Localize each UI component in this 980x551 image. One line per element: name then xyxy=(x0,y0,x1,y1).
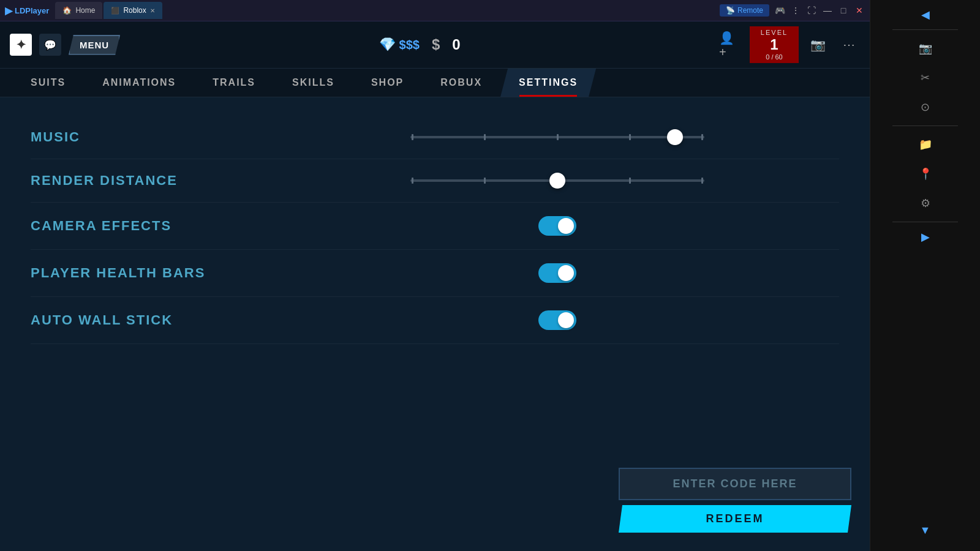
wallstick-toggle[interactable] xyxy=(538,310,576,330)
camera-toggle[interactable] xyxy=(538,216,576,236)
music-slider-ticks xyxy=(410,136,704,138)
roblox-logo: ✦ xyxy=(10,34,32,56)
music-slider-track xyxy=(410,136,704,138)
collapse-left-icon[interactable]: ◀ xyxy=(916,5,935,24)
sidebar-divider-1 xyxy=(892,29,958,30)
currency-count-value: 0 xyxy=(452,36,460,53)
setting-row-camera: CAMERA EFFECTS xyxy=(31,203,839,250)
tab-skills[interactable]: SKILLS xyxy=(274,69,353,97)
screenshot-icon[interactable]: 📷 xyxy=(913,36,938,61)
remote-label: Remote xyxy=(737,6,763,15)
ldplayer-title: LDPlayer xyxy=(15,6,49,15)
tab-home-label: Home xyxy=(75,6,95,15)
tab-skills-label: SKILLS xyxy=(292,77,334,88)
remote-button[interactable]: 📡 Remote xyxy=(720,4,769,17)
chat-button[interactable]: 💬 xyxy=(39,34,61,56)
settings-sidebar-icon[interactable]: ⚙ xyxy=(913,191,938,216)
music-control xyxy=(276,136,839,138)
tick-5 xyxy=(701,134,703,140)
health-control xyxy=(276,263,839,283)
code-input[interactable] xyxy=(619,468,851,500)
render-control xyxy=(276,179,839,182)
tick-1 xyxy=(412,134,413,140)
render-slider-track xyxy=(410,179,704,182)
music-label: MUSIC xyxy=(31,129,276,145)
ldplayer-logo: ▶ LDPlayer xyxy=(5,5,49,17)
more-options-button[interactable]: ⋯ xyxy=(838,34,860,56)
diamonds-icon: 💎 xyxy=(379,37,396,53)
record-icon[interactable]: ⊙ xyxy=(913,95,938,119)
sidebar-divider-3 xyxy=(892,222,958,222)
scissors-icon[interactable]: ✂ xyxy=(913,66,938,90)
header-currency: 💎 $$$ $ 0 xyxy=(379,36,461,53)
gamepad-icon[interactable]: 🎮 xyxy=(774,5,785,16)
tab-roblox-label: Roblox xyxy=(123,6,146,15)
main-area: ▶ LDPlayer 🏠 Home ⬛ Roblox ✕ 📡 Remote 🎮 … xyxy=(0,0,870,551)
health-toggle[interactable] xyxy=(538,263,576,283)
setting-row-wallstick: AUTO WALL STICK xyxy=(31,297,839,344)
camera-toggle-knob xyxy=(558,218,574,234)
fullscreen-icon[interactable]: ⛶ xyxy=(806,5,817,16)
tab-home[interactable]: 🏠 Home xyxy=(55,2,102,19)
tab-trails-label: TRAILS xyxy=(213,77,255,88)
wallstick-control xyxy=(276,310,839,330)
tab-robux[interactable]: ROBUX xyxy=(422,69,500,97)
xp-value: 0 / 60 xyxy=(766,53,783,61)
level-block: LEVEL 1 0 / 60 xyxy=(750,26,799,63)
render-slider[interactable] xyxy=(410,179,704,182)
location-icon[interactable]: 📍 xyxy=(913,162,938,186)
menu-button[interactable]: MENU xyxy=(69,35,120,55)
top-right-controls: 📡 Remote 🎮 ⋮ ⛶ — □ ✕ xyxy=(720,4,865,17)
game-content: ✦ 💬 MENU 💎 $$$ $ 0 👤+ LEVEL xyxy=(0,21,870,551)
folder-icon[interactable]: 📁 xyxy=(913,132,938,157)
nav-tabs: SUITS ANIMATIONS TRAILS SKILLS SHOP ROBU… xyxy=(0,69,870,97)
camera-control xyxy=(276,216,839,236)
close-button[interactable]: ✕ xyxy=(854,5,865,16)
tab-roblox[interactable]: ⬛ Roblox ✕ xyxy=(104,2,162,19)
roblox-tab-icon: ⬛ xyxy=(111,7,119,15)
redeem-button[interactable]: REDEEM xyxy=(619,505,851,533)
tab-settings-label: SETTINGS xyxy=(519,77,578,88)
health-toggle-knob xyxy=(558,265,574,281)
sidebar-divider-2 xyxy=(892,126,958,126)
home-icon: 🏠 xyxy=(62,6,72,15)
settings-content: MUSIC xyxy=(0,97,870,551)
music-slider[interactable] xyxy=(410,136,704,138)
render-label: RENDER DISTANCE xyxy=(31,173,276,189)
tab-suits[interactable]: SUITS xyxy=(12,69,84,97)
tab-animations[interactable]: ANIMATIONS xyxy=(84,69,194,97)
camera-button[interactable]: 📷 xyxy=(807,34,829,56)
render-tick-4 xyxy=(629,178,631,184)
expand-right-icon[interactable]: ▶ xyxy=(916,227,935,247)
camera-label: CAMERA EFFECTS xyxy=(31,218,276,234)
music-slider-thumb[interactable] xyxy=(667,129,683,145)
setting-row-render: RENDER DISTANCE xyxy=(31,159,839,203)
render-tick-1 xyxy=(412,178,413,184)
currency-count: 0 xyxy=(452,36,460,53)
setting-row-music: MUSIC xyxy=(31,116,839,159)
tick-2 xyxy=(484,134,486,140)
tick-3 xyxy=(557,134,559,140)
tab-settings[interactable]: SETTINGS xyxy=(500,69,596,97)
tab-robux-label: ROBUX xyxy=(440,77,482,88)
tab-shop[interactable]: SHOP xyxy=(353,69,422,97)
scroll-down-icon[interactable]: ▼ xyxy=(916,520,935,540)
remote-icon: 📡 xyxy=(726,6,735,15)
maximize-button[interactable]: □ xyxy=(838,5,849,16)
tab-trails[interactable]: TRAILS xyxy=(194,69,274,97)
settings-icon[interactable]: ⋮ xyxy=(790,5,801,16)
render-tick-2 xyxy=(484,178,486,184)
render-slider-thumb[interactable] xyxy=(549,173,565,189)
level-number: 1 xyxy=(770,36,778,53)
wallstick-label: AUTO WALL STICK xyxy=(31,312,276,328)
tab-shop-label: SHOP xyxy=(371,77,404,88)
level-label: LEVEL xyxy=(761,29,788,36)
tab-close-btn[interactable]: ✕ xyxy=(150,7,155,14)
currency-dollar: $ xyxy=(432,36,440,53)
header-left: ✦ 💬 MENU xyxy=(10,34,120,56)
header-right: 👤+ LEVEL 1 0 / 60 📷 ⋯ xyxy=(719,26,860,63)
minimize-button[interactable]: — xyxy=(822,5,833,16)
top-bar: ▶ LDPlayer 🏠 Home ⬛ Roblox ✕ 📡 Remote 🎮 … xyxy=(0,0,870,21)
add-friend-button[interactable]: 👤+ xyxy=(719,34,741,56)
right-sidebar: ◀ 📷 ✂ ⊙ 📁 📍 ⚙ ▶ ▼ xyxy=(870,0,980,551)
